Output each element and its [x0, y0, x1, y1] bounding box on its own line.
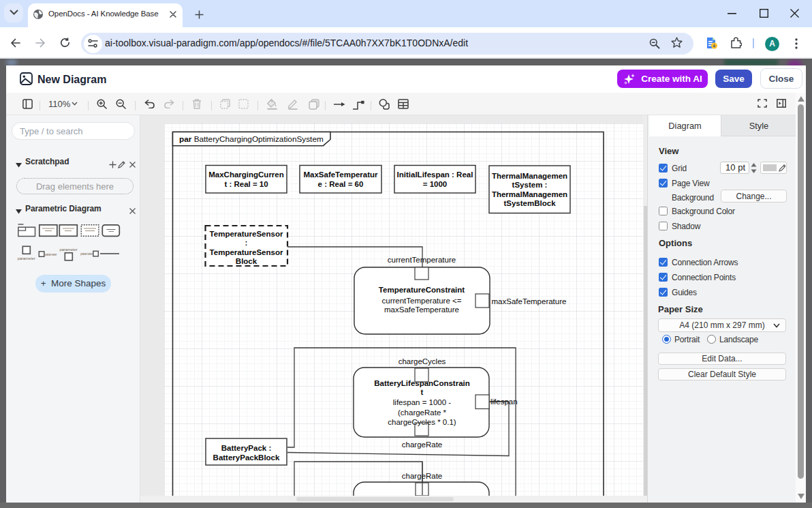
- svg-text:parameter: parameter: [45, 252, 57, 256]
- svg-text:BatteryPack :: BatteryPack :: [221, 444, 272, 452]
- svg-text:par BatteryChargingOptimizatio: par BatteryChargingOptimizationSystem: [179, 134, 324, 144]
- svg-text:chargeCycles * 0.1): chargeCycles * 0.1): [388, 418, 456, 426]
- svg-text:tSystemBlock: tSystemBlock: [503, 199, 556, 207]
- svg-text:TemperatureConstraint: TemperatureConstraint: [379, 286, 465, 294]
- svg-text:parameter: parameter: [60, 248, 78, 252]
- svg-text:MaxChargingCurren: MaxChargingCurren: [208, 170, 284, 179]
- svg-text:InitialLifespan : Real: InitialLifespan : Real: [397, 170, 473, 179]
- svg-text:(chargeRate *: (chargeRate *: [398, 408, 446, 417]
- svg-text:ThermalManagemen: ThermalManagemen: [492, 190, 567, 198]
- svg-text:parameter: parameter: [18, 256, 35, 260]
- svg-text:MaxSafeTemperatur: MaxSafeTemperatur: [303, 170, 378, 179]
- svg-text:maxSafeTemperature: maxSafeTemperature: [384, 305, 459, 314]
- svg-text:lifespan = 1000 -: lifespan = 1000 -: [393, 398, 452, 406]
- svg-text:currentTemperature <=: currentTemperature <=: [382, 297, 462, 305]
- svg-text:t: t: [421, 388, 424, 396]
- svg-text::: :: [245, 239, 248, 247]
- svg-text:ThermalManagemen: ThermalManagemen: [492, 172, 567, 180]
- svg-text:currentTemperature: currentTemperature: [388, 256, 456, 264]
- svg-text:TemperatureSensor: TemperatureSensor: [210, 230, 283, 238]
- svg-text:chargeCycles: chargeCycles: [399, 357, 446, 365]
- svg-text:parameter: parameter: [80, 252, 93, 256]
- svg-text:TemperatureSensor: TemperatureSensor: [210, 248, 283, 256]
- svg-text:maxSafeTemperature: maxSafeTemperature: [492, 297, 567, 305]
- svg-text:e : Real = 60: e : Real = 60: [318, 180, 364, 188]
- svg-text:= 1000: = 1000: [423, 180, 448, 188]
- svg-text:Block: Block: [236, 257, 257, 265]
- svg-text:BatteryPackBlock: BatteryPackBlock: [213, 453, 280, 462]
- svg-text:tSystem :: tSystem :: [512, 181, 548, 189]
- svg-text:BatteryLifespanConstrain: BatteryLifespanConstrain: [374, 379, 470, 387]
- svg-text:chargeRate: chargeRate: [402, 440, 442, 449]
- svg-text:t : Real = 10: t : Real = 10: [224, 180, 268, 188]
